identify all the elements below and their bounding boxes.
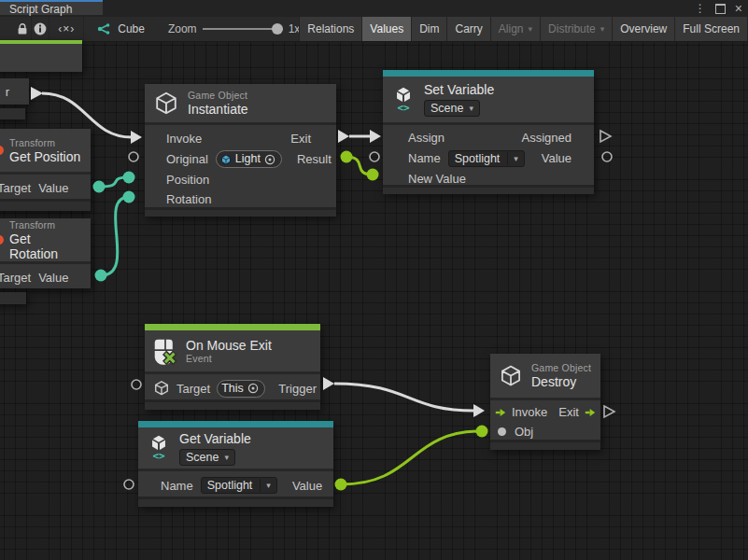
toolbar-button-values[interactable]: Values: [361, 17, 412, 41]
partial-trigger-node[interactable]: r: [0, 78, 29, 105]
flow-out-arrow-icon[interactable]: [585, 407, 596, 418]
on-mouse-exit-node[interactable]: On Mouse Exit Event Target This Trigge: [145, 324, 320, 410]
port-label-value: Value: [38, 181, 68, 195]
tab-script-graph[interactable]: Script Graph: [0, 0, 103, 15]
node-category: Game Object: [188, 90, 248, 102]
port-label-position: Position: [166, 173, 209, 187]
toolbar-button-fullscreen[interactable]: Full Screen: [674, 17, 748, 41]
graph-canvas[interactable]: [0, 42, 748, 560]
variable-scope-dropdown[interactable]: Scene ▾: [179, 449, 235, 466]
toolbar-button-dim[interactable]: Dim: [411, 17, 447, 41]
caret-down-icon: ▾: [469, 104, 473, 113]
partial-trigger-node-footer: [0, 108, 25, 119]
node-title: On Mouse Exit: [186, 338, 272, 353]
node-title: Get Rotation: [9, 231, 82, 261]
game-object-cube-icon: [153, 380, 170, 397]
port-label-assigned: Assigned: [522, 131, 572, 145]
port-label: r: [6, 85, 9, 99]
instantiate-node[interactable]: Game Object Instantiate Invoke Exit Orig…: [145, 84, 336, 217]
variable-name-dropdown[interactable]: Spotlight ▾: [201, 477, 277, 494]
port-label-obj: Obj: [515, 425, 533, 439]
node-title: Set Variable: [424, 82, 494, 97]
variable-name-dropdown[interactable]: Spotlight ▾: [448, 150, 525, 167]
caret-down-icon: ▾: [514, 154, 518, 163]
port-label-target: Target: [176, 382, 210, 396]
port-label-original: Original: [166, 152, 208, 166]
variable-scope-dropdown[interactable]: Scene ▾: [424, 100, 480, 117]
node-category: Transform: [9, 137, 80, 149]
port-label-name: Name: [161, 479, 193, 493]
port-label-value: Value: [542, 151, 572, 165]
toolbar-button-carry[interactable]: Carry: [446, 17, 490, 41]
title-bar: Script Graph ⋮ ×: [0, 0, 748, 17]
port-label-new-value: New Value: [408, 172, 466, 186]
port-label-result: Result: [297, 152, 332, 166]
partial-event-node[interactable]: [0, 40, 82, 72]
port-label-target: Target: [0, 271, 31, 285]
toolbar-button-align[interactable]: Align ▾: [490, 17, 541, 41]
caret-down-icon: ▾: [529, 24, 533, 34]
node-title: Get Variable: [179, 431, 251, 446]
object-field-label: This: [221, 382, 244, 396]
node-category: Game Object: [531, 362, 591, 374]
set-variable-node[interactable]: <> Set Variable Scene ▾ Assign Assigned …: [383, 70, 594, 194]
get-rotation-node-footer: [0, 292, 26, 304]
graph-breadcrumb[interactable]: Cube: [97, 17, 145, 41]
zoom-label: Zoom: [168, 22, 197, 35]
obj-port-dot-icon[interactable]: [498, 427, 506, 436]
port-label-invoke: Invoke: [166, 132, 202, 146]
info-icon: [34, 22, 47, 35]
port-label-exit: Exit: [290, 132, 311, 146]
object-picker-icon[interactable]: [247, 383, 259, 394]
get-rotation-node[interactable]: Transform Get Rotation Target Value: [0, 218, 91, 288]
port-label-value: Value: [38, 271, 68, 285]
zoom-slider[interactable]: [203, 28, 283, 30]
node-title: Get Position: [9, 149, 80, 164]
node-category: Transform: [9, 219, 82, 231]
object-field-this[interactable]: This: [217, 380, 265, 398]
port-label-invoke: Invoke: [512, 405, 547, 419]
transform-icon: [0, 146, 4, 155]
zoom-slider-handle[interactable]: [272, 23, 283, 35]
destroy-node[interactable]: Game Object Destroy Invoke Exit: [490, 354, 600, 450]
get-position-node[interactable]: Transform Get Position Target Value: [0, 129, 91, 211]
port-label-exit: Exit: [558, 405, 579, 419]
script-graph-asset-icon: [97, 22, 111, 35]
lock-button[interactable]: [13, 17, 32, 41]
info-button[interactable]: [32, 17, 49, 41]
port-label-assign: Assign: [408, 131, 445, 145]
variable-icon: <>: [147, 435, 171, 461]
node-category: Event: [186, 353, 272, 365]
port-label-rotation: Rotation: [166, 192, 211, 206]
caret-down-icon: ▾: [600, 24, 605, 34]
object-picker-icon[interactable]: [264, 154, 275, 165]
lock-icon: [17, 23, 28, 35]
code-icon: ‹×›: [58, 22, 75, 35]
port-label-value: Value: [292, 479, 322, 493]
toolbar-button-distribute[interactable]: Distribute ▾: [540, 17, 613, 41]
game-object-cube-icon: [153, 90, 179, 118]
close-icon[interactable]: ×: [735, 0, 742, 17]
graph-toolbar: ‹×› Cube Zoom 1x Relations Values Dim Ca…: [0, 17, 748, 42]
toolbar-button-relations[interactable]: Relations: [299, 17, 362, 41]
angle-brackets-icon: <>: [152, 452, 164, 461]
get-variable-node[interactable]: <> Get Variable Scene ▾ Name Spotlight ▾…: [138, 421, 333, 507]
object-field-light[interactable]: Light: [216, 150, 282, 168]
unity-logo-icon: [394, 87, 413, 104]
graph-name: Cube: [118, 22, 145, 35]
port-label-target: Target: [0, 181, 31, 195]
mouse-exit-icon: [153, 336, 177, 366]
transform-icon: [0, 235, 4, 245]
window-menu-icon[interactable]: ⋮: [695, 0, 706, 17]
code-view-button[interactable]: ‹×›: [49, 17, 84, 41]
caret-down-icon: ▾: [266, 481, 271, 490]
variable-icon: <>: [391, 87, 416, 113]
game-object-cube-icon: [499, 363, 523, 389]
port-label-name: Name: [408, 151, 441, 165]
port-label-trigger: Trigger: [278, 382, 317, 396]
node-title: Destroy: [531, 374, 591, 389]
maximize-icon[interactable]: [715, 4, 726, 14]
angle-brackets-icon: <>: [397, 104, 409, 113]
flow-in-arrow-icon[interactable]: [495, 407, 506, 418]
toolbar-button-overview[interactable]: Overview: [612, 17, 675, 41]
